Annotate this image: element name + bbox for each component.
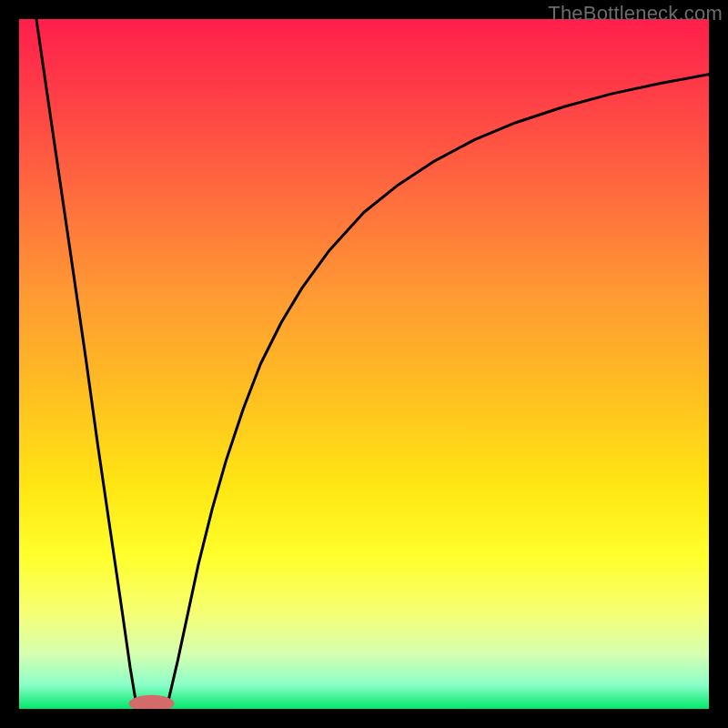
watermark-text: TheBottleneck.com (548, 2, 723, 25)
chart-frame (19, 19, 709, 709)
chart-svg (19, 19, 709, 709)
